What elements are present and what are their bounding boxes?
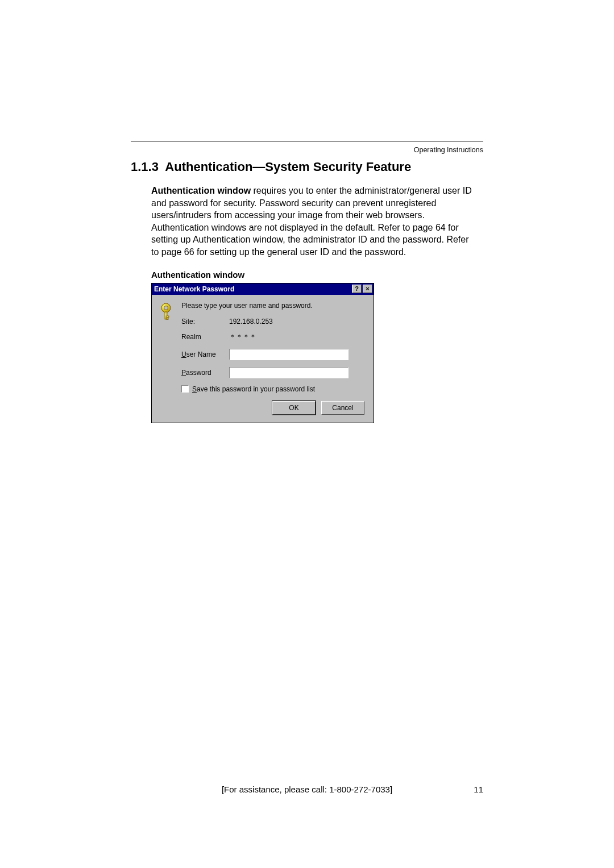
- save-password-label: Save this password in your password list: [192, 385, 315, 393]
- page-number: 11: [460, 784, 483, 794]
- site-label: Site:: [181, 318, 229, 326]
- site-value: 192.168.0.253: [229, 318, 367, 326]
- dialog-fields: Please type your user name and password.…: [181, 302, 367, 415]
- dialog-title-text: Enter Network Password: [154, 285, 352, 293]
- help-icon[interactable]: ?: [352, 285, 362, 293]
- section-title: 1.1.3 Authentication—System Security Fea…: [131, 160, 483, 174]
- ok-button[interactable]: OK: [272, 401, 316, 415]
- username-label-mnemonic: U: [181, 350, 186, 358]
- save-password-rest: ave this password in your password list: [197, 385, 315, 393]
- save-password-checkbox[interactable]: [181, 385, 189, 393]
- header-rule: [131, 141, 483, 141]
- svg-rect-3: [167, 316, 169, 318]
- username-input[interactable]: [229, 349, 349, 360]
- password-input[interactable]: [229, 367, 349, 378]
- username-label-rest: ser Name: [186, 350, 216, 358]
- realm-value: ＊＊＊＊: [229, 332, 367, 342]
- row-username: User Name: [181, 349, 367, 360]
- footer-assistance: [For assistance, please call: 1-800-272-…: [154, 784, 460, 794]
- svg-point-1: [164, 306, 168, 310]
- realm-label: Realm: [181, 333, 229, 341]
- body-lead-bold: Authentication window: [151, 186, 251, 195]
- page-footer: [For assistance, please call: 1-800-272-…: [131, 784, 483, 794]
- row-realm: Realm ＊＊＊＊: [181, 332, 367, 342]
- svg-rect-4: [167, 318, 168, 320]
- row-save-password: Save this password in your password list: [181, 385, 367, 393]
- section-number: 1.1.3: [131, 160, 159, 174]
- save-password-mnemonic: S: [192, 385, 197, 393]
- auth-dialog: Enter Network Password ? ×: [151, 283, 374, 423]
- dialog-titlebar: Enter Network Password ? ×: [152, 283, 374, 295]
- password-label: Password: [181, 369, 229, 377]
- password-label-mnemonic: P: [181, 369, 186, 377]
- row-site: Site: 192.168.0.253: [181, 318, 367, 326]
- body-paragraph: Authentication window requires you to en…: [151, 185, 478, 258]
- section-heading: Authentication—System Security Feature: [165, 160, 411, 174]
- row-password: Password: [181, 367, 367, 378]
- running-header: Operating Instructions: [131, 146, 483, 154]
- cancel-button[interactable]: Cancel: [321, 401, 364, 415]
- password-label-rest: assword: [186, 369, 211, 377]
- username-label: User Name: [181, 350, 229, 358]
- body-block: Authentication window requires you to en…: [131, 185, 483, 423]
- close-icon[interactable]: ×: [363, 285, 372, 293]
- dialog-body: Please type your user name and password.…: [152, 295, 374, 423]
- subheading: Authentication window: [151, 270, 478, 279]
- footer-pad: [131, 784, 154, 794]
- document-page: Operating Instructions 1.1.3 Authenticat…: [0, 0, 614, 868]
- key-icon: [159, 302, 178, 321]
- body-rest: requires you to enter the administrator/…: [151, 186, 472, 257]
- dialog-button-row: OK Cancel: [181, 401, 367, 415]
- dialog-prompt: Please type your user name and password.: [181, 302, 367, 310]
